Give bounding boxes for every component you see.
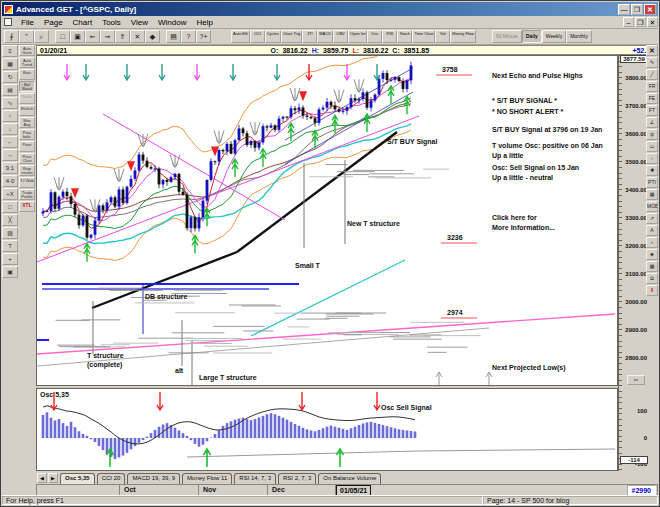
close-icon[interactable]: ✕ [646, 45, 658, 56]
menu-help[interactable]: Help [191, 17, 217, 28]
palette-icon[interactable]: ◈ [646, 249, 658, 260]
tab-scroll-left[interactable]: ◀ [37, 473, 47, 483]
print-icon[interactable]: ▤ [166, 30, 181, 43]
tab-macd-19-39-9[interactable]: MACD 19, 39, 9 [127, 473, 180, 484]
text-tool-icon[interactable]: A [646, 225, 658, 236]
timeframe-button-daily[interactable]: Daily [522, 30, 542, 43]
help-icon[interactable]: ? [181, 30, 196, 43]
lines-tool-icon[interactable]: ╳ [2, 214, 18, 226]
sidebar-item-auto-gann[interactable]: Auto Gann [19, 45, 35, 56]
price-chart-canvas[interactable]: S/T BUY SignalNew T structureSmall TDB s… [37, 56, 617, 385]
sidebar-item-bias[interactable]: Bias [19, 69, 35, 80]
elliott-icon[interactable]: ∿ [2, 97, 18, 109]
send-page-icon[interactable]: ▣ [2, 266, 18, 278]
abc-waves-icon[interactable]: ▦ [2, 58, 18, 70]
export-icon[interactable]: ⇒ [100, 30, 115, 43]
star-icon[interactable]: ✱ [646, 165, 658, 176]
pitchfork-icon[interactable]: ψ [646, 129, 658, 140]
sidebar-item-trade-profile[interactable]: Trade Profile [19, 189, 35, 200]
upload-icon[interactable]: ⇑ [115, 30, 130, 43]
sidebar-item-auto-trend[interactable]: Auto Trend [19, 57, 35, 68]
menu-tools[interactable]: Tools [97, 17, 126, 28]
gann-grid-icon[interactable]: ▨ [2, 227, 18, 239]
timeframe-button-monthly[interactable]: Monthly [566, 30, 592, 43]
menu-window[interactable]: Window [153, 17, 191, 28]
tab-on-balance-volume[interactable]: On Balance Volume [318, 473, 381, 484]
menu-file[interactable]: File [16, 17, 39, 28]
child-window-icon[interactable] [4, 18, 12, 26]
zoom-icon[interactable]: ⌕ [646, 237, 658, 248]
trend-line[interactable] [237, 132, 397, 252]
oscillator-canvas[interactable]: Osc 5,35Osc Sell Signal [37, 389, 617, 470]
mdi-close-button[interactable]: ✕ [647, 17, 658, 27]
timeframe-button-60-minute[interactable]: 60 Minute [492, 30, 522, 43]
tab-osc-5-35[interactable]: Osc 5,35 [60, 473, 95, 484]
sidebar-item-bol-band[interactable]: Bol Band [19, 81, 35, 92]
fib-time-icon[interactable]: FT [646, 105, 658, 116]
pti-icon[interactable]: PTI [646, 177, 658, 188]
fib-retrace-icon[interactable]: FR [646, 81, 658, 92]
open-layout-icon[interactable]: ≡ [2, 45, 18, 57]
context-help-icon[interactable]: ?+ [196, 30, 211, 43]
import-icon[interactable]: ⇐ [85, 30, 100, 43]
search-icon[interactable]: ⌕ [34, 30, 49, 43]
trendline-icon[interactable]: ╱ [646, 69, 658, 80]
sidebar-item-ehrlich[interactable]: Ehrlich [19, 105, 35, 116]
price-chart-panel[interactable]: S/T BUY SignalNew T structureSmall TDB s… [36, 55, 618, 386]
open-chart-icon[interactable]: ▣ [70, 30, 85, 43]
copy-icon[interactable]: ⧉ [646, 273, 658, 284]
trend-line[interactable] [37, 314, 615, 354]
sidebar-item-delta[interactable]: Delta [19, 93, 35, 104]
new-chart-icon[interactable]: □ [55, 30, 70, 43]
study-button-stoch[interactable]: Stoch [397, 30, 412, 43]
menu-page[interactable]: Page [39, 17, 68, 28]
arrow-up-icon[interactable]: ↑ [2, 110, 18, 122]
mob-icon[interactable]: MOB [646, 201, 658, 212]
regression-icon[interactable]: ↗ [646, 213, 658, 224]
pause-icon[interactable]: ‖ [646, 285, 658, 296]
tab-money-flow-11[interactable]: Money Flow 11 [182, 473, 232, 484]
levels-icon[interactable]: 4·0 [2, 175, 18, 187]
sidebar-item-regr-ession[interactable]: Regr ession [19, 165, 35, 176]
sidebar-item-pivot[interactable]: Pivot [19, 141, 35, 152]
arrow-left-icon[interactable]: ← [2, 136, 18, 148]
tab-cci-20[interactable]: CCI 20 [97, 473, 126, 484]
tw-icon[interactable]: T [2, 240, 18, 252]
mdi-restore-button[interactable]: ❐ [635, 17, 646, 27]
sidebar-item-tj-web[interactable]: TJ Web [19, 177, 35, 188]
divide-icon[interactable]: ÷X [2, 188, 18, 200]
minimize-button[interactable]: — [618, 4, 630, 15]
box-tool-icon[interactable]: □ [2, 201, 18, 213]
maximize-button[interactable]: ❐ [631, 4, 643, 15]
oscillator-panel[interactable]: Osc 5,35Osc Sell Signal [36, 388, 618, 471]
matrix-icon[interactable]: ▩ [646, 261, 658, 272]
grid-icon[interactable]: ▦ [646, 189, 658, 200]
quote-icon[interactable]: " [19, 30, 34, 43]
trend-line[interactable] [285, 92, 413, 164]
study-button-oci[interactable]: OCI [250, 30, 265, 43]
add-study-icon[interactable]: + [2, 253, 18, 265]
menu-view[interactable]: View [126, 17, 153, 28]
sidebar-item-price-clust[interactable]: Price Clust [19, 153, 35, 164]
study-button-cycles[interactable]: Cycles [265, 30, 281, 43]
study-button-osc[interactable]: Osc [367, 30, 382, 43]
menu-chart[interactable]: Chart [68, 17, 98, 28]
pin-icon[interactable]: ∮ [4, 30, 19, 43]
axis-tool-button[interactable]: ✂ [627, 375, 645, 385]
study-button-vol[interactable]: Vol [435, 30, 450, 43]
timeframe-button-weekly[interactable]: Weekly [542, 30, 566, 43]
fib-extension-icon[interactable]: FE [646, 93, 658, 104]
study-button-macd[interactable]: MACD [317, 30, 333, 43]
rectangle-icon[interactable]: ▭ [646, 141, 658, 152]
pencil-icon[interactable]: ✎ [646, 57, 658, 68]
tab-scroll-right[interactable]: ▶ [48, 473, 58, 483]
ellipse-icon[interactable]: ○ [646, 153, 658, 164]
study-button-chart-trig[interactable]: Chart Trig [281, 30, 303, 43]
profit-reset-icon[interactable]: ↻ [2, 71, 18, 83]
ratio-icon[interactable]: 9:1 [2, 162, 18, 174]
tab-rsi-14-7-3[interactable]: RSI 14, 7, 3 [234, 473, 276, 484]
trend-line[interactable] [37, 116, 419, 262]
study-button-obv[interactable]: OBV [333, 30, 348, 43]
study-button-rsi[interactable]: RSI [382, 30, 397, 43]
gann-fan-icon[interactable]: ∠ [646, 117, 658, 128]
